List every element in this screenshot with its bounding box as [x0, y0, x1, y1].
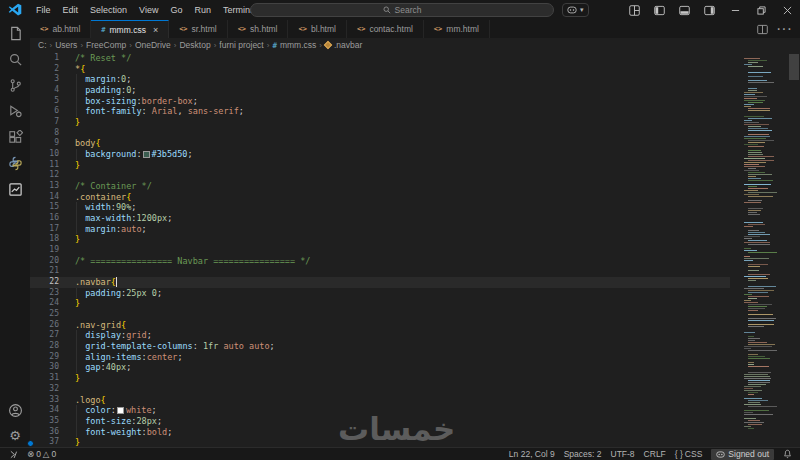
restore-button[interactable] [748, 0, 774, 20]
remote-indicator-icon[interactable] [8, 450, 18, 459]
code-line[interactable]: 7} [30, 117, 730, 128]
search-sidebar-icon[interactable] [0, 46, 30, 72]
copilot-signed-out-button[interactable]: Signed out [711, 449, 774, 460]
code-line[interactable]: 35 font-size:28px; [30, 416, 730, 427]
menu-selection[interactable]: Selection [84, 0, 133, 20]
indentation-setting[interactable]: Spaces: 2 [564, 449, 602, 459]
minimap-line [748, 278, 768, 279]
code-line[interactable]: 31} [30, 373, 730, 384]
code-line[interactable]: 1/* Reset */ [30, 53, 730, 64]
code-line[interactable]: 25 [30, 309, 730, 320]
breadcrumb-item[interactable]: FreeComp [86, 40, 126, 50]
code-line[interactable]: 34 color:white; [30, 405, 730, 416]
cursor-position[interactable]: Ln 22, Col 9 [509, 449, 555, 459]
minimap-line [744, 164, 759, 165]
code-line[interactable]: 36 font-weight:bold; [30, 427, 730, 438]
code-line[interactable]: 32 [30, 384, 730, 395]
eol-setting[interactable]: CRLF [644, 449, 666, 459]
breadcrumb-item[interactable]: Users [55, 40, 77, 50]
run-debug-icon[interactable] [0, 98, 30, 124]
python-extension-icon[interactable] [0, 150, 30, 176]
account-icon[interactable] [0, 397, 30, 423]
code-line[interactable]: 3 margin:0; [30, 74, 730, 85]
code-line[interactable]: 17 margin:auto; [30, 224, 730, 235]
scrollbar-slider[interactable] [789, 54, 799, 80]
minimap-line [748, 358, 770, 359]
split-editor-icon[interactable] [757, 24, 768, 35]
code-line[interactable]: 11} [30, 160, 730, 171]
encoding-setting[interactable]: UTF-8 [611, 449, 635, 459]
customize-layout-icon[interactable] [622, 0, 647, 20]
source-control-icon[interactable] [0, 72, 30, 98]
menu-run[interactable]: Run [188, 0, 217, 20]
tab-sh.html[interactable]: <>sh.html [228, 20, 289, 38]
breadcrumb-symbol[interactable]: .navbar [334, 40, 362, 50]
code-line[interactable]: 30 gap:40px; [30, 362, 730, 373]
explorer-icon[interactable] [0, 20, 30, 46]
code-line[interactable]: 22.navbar{ [30, 277, 730, 288]
code-line[interactable]: 14.container{ [30, 192, 730, 203]
code-line[interactable]: 20/* ================ Navbar ===========… [30, 256, 730, 267]
language-mode[interactable]: { } CSS [675, 449, 703, 459]
code-line[interactable]: 21 [30, 266, 730, 277]
code-line[interactable]: 4 padding:0; [30, 85, 730, 96]
more-actions-icon[interactable]: ··· [776, 20, 792, 38]
code-line[interactable]: 33.logo{ [30, 395, 730, 406]
code-area[interactable]: 1/* Reset */2*{3 margin:0;4 padding:0;5 … [30, 53, 730, 447]
minimap-line [744, 368, 786, 369]
tab-mm.html[interactable]: <>mm.html [424, 20, 490, 38]
breadcrumb-item[interactable]: furni project [219, 40, 263, 50]
code-line[interactable]: 24} [30, 298, 730, 309]
editor[interactable]: 1/* Reset */2*{3 margin:0;4 padding:0;5 … [30, 52, 800, 447]
code-line[interactable]: 37} [30, 437, 730, 447]
vertical-scrollbar[interactable] [788, 52, 800, 447]
menu-go[interactable]: Go [164, 0, 188, 20]
breadcrumb-item[interactable]: OneDrive [135, 40, 171, 50]
line-content [70, 245, 730, 256]
code-line[interactable]: 2*{ [30, 64, 730, 75]
code-line[interactable]: 9body{ [30, 138, 730, 149]
minimize-button[interactable] [722, 0, 748, 20]
code-line[interactable]: 16 max-width:1200px; [30, 213, 730, 224]
minimap-line [748, 364, 754, 365]
tab-ab.html[interactable]: <>ab.html [30, 20, 91, 38]
breadcrumb-file[interactable]: mmm.css [280, 40, 316, 50]
code-line[interactable]: 27 display:grid; [30, 330, 730, 341]
toggle-sidebar-icon[interactable] [647, 0, 672, 20]
menu-edit[interactable]: Edit [57, 0, 85, 20]
command-center-search[interactable]: Search [250, 3, 554, 17]
code-line[interactable]: 12 [30, 170, 730, 181]
breadcrumb-item[interactable]: Desktop [179, 40, 210, 50]
code-line[interactable]: 13/* Container */ [30, 181, 730, 192]
tab-sr.html[interactable]: <>sr.html [169, 20, 227, 38]
code-line[interactable]: 6 font-family: Arial, sans-serif; [30, 106, 730, 117]
code-line[interactable]: 10 background:#3b5d50; [30, 149, 730, 160]
toggle-secondary-sidebar-icon[interactable] [697, 0, 722, 20]
code-line[interactable]: 15 width:90%; [30, 202, 730, 213]
toggle-panel-icon[interactable] [672, 0, 697, 20]
close-button[interactable] [774, 0, 800, 20]
copilot-menu-button[interactable]: ▾ [562, 3, 589, 17]
minimap-line [744, 352, 786, 353]
problems-indicator[interactable]: ⊗ 0 △ 0 [27, 449, 56, 459]
tab-mmm.css[interactable]: #mmm.css× [91, 20, 169, 38]
extensions-icon[interactable] [0, 124, 30, 150]
menu-view[interactable]: View [133, 0, 164, 20]
breadcrumb-item[interactable]: C: [38, 40, 47, 50]
code-line[interactable]: 19 [30, 245, 730, 256]
code-line[interactable]: 5 box-sizing:border-box; [30, 96, 730, 107]
tab-close-icon[interactable]: × [153, 25, 158, 35]
code-line[interactable]: 28 grid-template-columns: 1fr auto auto; [30, 341, 730, 352]
tab-contac.html[interactable]: <>contac.html [347, 20, 424, 38]
notifications-bell-icon[interactable] [783, 449, 792, 459]
code-line[interactable]: 29 align-items:center; [30, 352, 730, 363]
chart-preview-icon[interactable] [0, 176, 30, 202]
menu-file[interactable]: File [30, 0, 57, 20]
code-line[interactable]: 23 padding:25px 0; [30, 288, 730, 299]
tab-bl.html[interactable]: <>bl.html [288, 20, 346, 38]
minimap[interactable] [744, 54, 786, 447]
settings-gear-icon[interactable]: ⚙ [0, 423, 30, 447]
code-line[interactable]: 18} [30, 234, 730, 245]
code-line[interactable]: 8 [30, 128, 730, 139]
code-line[interactable]: 26.nav-grid{ [30, 320, 730, 331]
